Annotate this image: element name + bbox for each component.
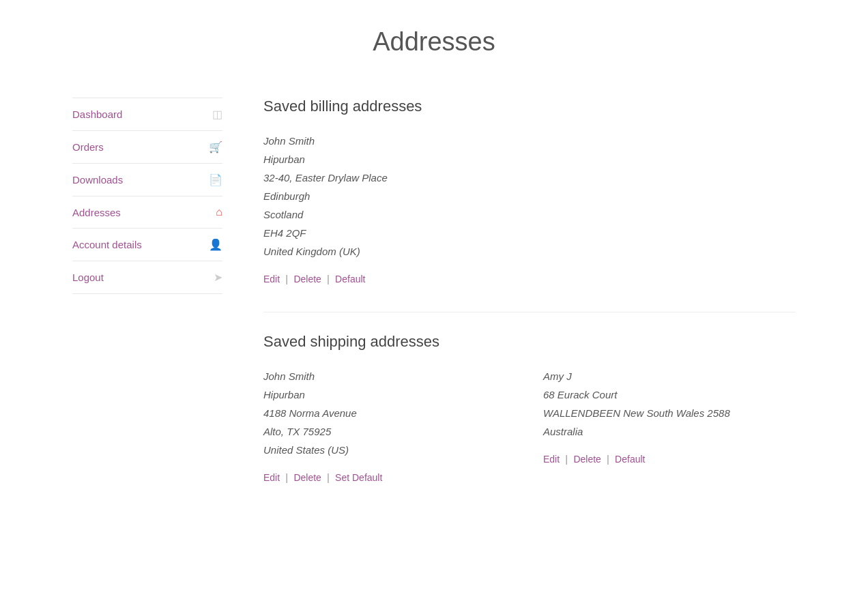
sidebar-item-logout[interactable]: Logout ➤: [72, 261, 222, 294]
section-divider: [263, 312, 796, 312]
page-title: Addresses: [72, 27, 796, 57]
billing-sep-1: |: [285, 273, 288, 284]
sidebar-item-dashboard-label: Dashboard: [72, 108, 122, 120]
ship1-edit-link[interactable]: Edit: [263, 472, 280, 483]
ship2-country: Australia: [543, 422, 796, 441]
billing-section-title: Saved billing addresses: [263, 98, 796, 115]
sidebar-item-dashboard[interactable]: Dashboard ◫: [72, 98, 222, 131]
shipping-2-actions: Edit | Delete | Default: [543, 453, 796, 465]
sidebar-item-logout-label: Logout: [72, 272, 104, 283]
billing-region: Scotland: [263, 205, 796, 224]
ship2-edit-link[interactable]: Edit: [543, 454, 560, 465]
ship1-country: United States (US): [263, 441, 516, 459]
shipping-address-1-block: John Smith Hipurban 4188 Norma Avenue Al…: [263, 367, 516, 459]
ship2-delete-link[interactable]: Delete: [573, 454, 601, 465]
billing-sep-2: |: [327, 273, 330, 284]
ship1-city: Alto, TX 75925: [263, 422, 516, 441]
billing-company: Hipurban: [263, 150, 796, 169]
billing-street: 32-40, Easter Drylaw Place: [263, 169, 796, 187]
billing-city: Edinburgh: [263, 187, 796, 205]
sidebar-item-addresses[interactable]: Addresses ⌂: [72, 196, 222, 229]
shipping-address-2: Amy J 68 Eurack Court WALLENDBEEN New So…: [543, 367, 796, 510]
sidebar-item-orders[interactable]: Orders 🛒: [72, 131, 222, 164]
orders-icon: 🛒: [209, 141, 222, 154]
account-icon: 👤: [209, 238, 222, 251]
ship2-default-link[interactable]: Default: [615, 454, 645, 465]
sidebar-item-account-details[interactable]: Account details 👤: [72, 229, 222, 261]
ship2-name: Amy J: [543, 367, 796, 385]
ship1-sep-1: |: [285, 471, 288, 483]
ship1-sep-2: |: [327, 471, 330, 483]
ship2-city: WALLENDBEEN New South Wales 2588: [543, 404, 796, 422]
shipping-address-2-block: Amy J 68 Eurack Court WALLENDBEEN New So…: [543, 367, 796, 441]
ship2-sep-2: |: [607, 453, 609, 465]
sidebar-item-orders-label: Orders: [72, 141, 104, 153]
ship2-street: 68 Eurack Court: [543, 385, 796, 404]
sidebar: Dashboard ◫ Orders 🛒 Downloads 📄 Address…: [72, 98, 222, 294]
billing-edit-link[interactable]: Edit: [263, 274, 280, 284]
ship1-street: 4188 Norma Avenue: [263, 404, 516, 422]
logout-icon: ➤: [214, 271, 222, 284]
billing-postcode: EH4 2QF: [263, 224, 796, 242]
shipping-section-title: Saved shipping addresses: [263, 333, 796, 351]
sidebar-item-downloads[interactable]: Downloads 📄: [72, 164, 222, 196]
billing-delete-link[interactable]: Delete: [293, 274, 321, 284]
billing-actions: Edit | Delete | Default: [263, 273, 796, 284]
main-content: Saved billing addresses John Smith Hipur…: [263, 98, 796, 510]
ship1-setdefault-link[interactable]: Set Default: [335, 472, 382, 483]
billing-country: United Kingdom (UK): [263, 242, 796, 261]
sidebar-item-downloads-label: Downloads: [72, 174, 123, 186]
shipping-grid: John Smith Hipurban 4188 Norma Avenue Al…: [263, 367, 796, 510]
dashboard-icon: ◫: [212, 108, 222, 121]
ship1-name: John Smith: [263, 367, 516, 385]
sidebar-item-addresses-label: Addresses: [72, 207, 121, 218]
billing-name: John Smith: [263, 132, 796, 150]
ship1-company: Hipurban: [263, 385, 516, 404]
billing-default-link[interactable]: Default: [335, 274, 365, 284]
billing-address: John Smith Hipurban 32-40, Easter Drylaw…: [263, 132, 796, 261]
addresses-icon: ⌂: [216, 206, 222, 218]
shipping-address-1: John Smith Hipurban 4188 Norma Avenue Al…: [263, 367, 516, 510]
sidebar-item-account-details-label: Account details: [72, 239, 142, 250]
shipping-1-actions: Edit | Delete | Set Default: [263, 471, 516, 483]
ship1-delete-link[interactable]: Delete: [293, 472, 321, 483]
downloads-icon: 📄: [209, 173, 222, 186]
ship2-sep-1: |: [565, 453, 568, 465]
